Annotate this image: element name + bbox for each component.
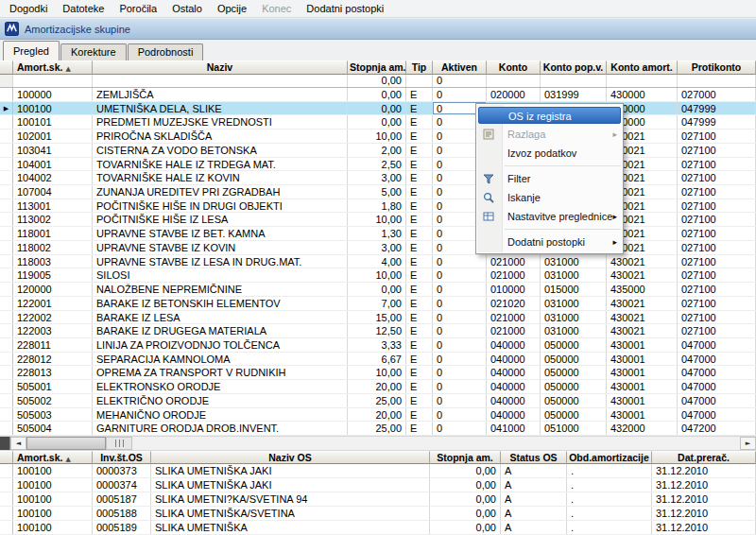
group-row[interactable]: 100000 ZEMLJIŠČA 0,00 E 0 020000 031999 … <box>0 88 756 102</box>
cell-konto: 040000 <box>487 366 541 379</box>
scrollbar-thumb[interactable] <box>26 437 106 450</box>
col-header-status-os[interactable]: Status OS <box>501 451 567 464</box>
filter-cell-konto-amort[interactable] <box>607 75 678 87</box>
group-row[interactable]: 228012 SEPARACIJA KAMNOLOMA 6,67 E 0 040… <box>0 353 756 367</box>
group-row[interactable]: 505002 ELEKTRIČNO ORODJE 25,00 E 0 04000… <box>0 394 756 408</box>
group-row[interactable]: 122002 BARAKE IZ LESA 15,00 E 0 021000 0… <box>0 311 756 325</box>
group-row[interactable]: 228013 OPREMA ZA TRANSPORT V RUDNIKIH 10… <box>0 366 756 380</box>
row-marker <box>0 158 13 171</box>
menu-item-label: Filter <box>507 173 530 184</box>
group-row[interactable]: 228011 LINIJA ZA PROIZVODNJO TOLČENCA 3,… <box>0 338 756 353</box>
filter-cell-tip[interactable] <box>406 75 433 87</box>
menu-porocila[interactable]: Poročila <box>112 0 164 17</box>
group-row[interactable]: 104002 TOVARNIŠKE HALE IZ KOVIN 3,00 E 0… <box>0 171 756 185</box>
menu-ostalo[interactable]: Ostalo <box>164 0 210 17</box>
scroll-right-button[interactable]: ► <box>740 437 756 450</box>
cell-protikonto: 027100 <box>678 241 756 254</box>
col-header-stopnja-am[interactable]: Stopnja am. <box>348 60 406 75</box>
group-row[interactable]: 505004 GARNITURE ORODJA DROB.INVENT. 25,… <box>0 422 756 436</box>
group-row[interactable]: 122003 BARAKE IZ DRUGEGA MATERIALA 12,50… <box>0 324 756 338</box>
col-header-amort-sk[interactable]: Amort.sk.▲ <box>13 60 93 75</box>
cell-konto-pop-v: 031000 <box>541 297 607 310</box>
group-row[interactable]: 103041 CISTERNA ZA VODO BETONSKA 2,00 E … <box>0 144 756 158</box>
menu-dodatni-postopki[interactable]: Dodatni postopki <box>299 0 391 17</box>
group-row[interactable]: 505001 ELEKTRONSKO ORODJE 20,00 E 0 0400… <box>0 380 756 394</box>
col-header-konto-pop-v[interactable]: Konto pop.v. <box>541 60 607 75</box>
cell-protikonto: 047000 <box>678 353 756 366</box>
col-header-amort-sk[interactable]: Amort.sk.▲ <box>13 451 93 464</box>
asset-row[interactable]: 100100 0005187 SLIKA UMETNI?KA/SVETINA 9… <box>0 492 756 507</box>
context-menu-item-dodatni-postopki[interactable]: Dodatni postopki ▸ <box>476 233 623 251</box>
scrollbar-track[interactable] <box>132 437 740 450</box>
group-row[interactable]: 102001 PRIROČNA SKLADIŠČA 10,00 E 0 4300… <box>0 129 756 144</box>
row-marker <box>0 478 13 492</box>
cell-tip: E <box>406 268 433 282</box>
context-menu-item-izvoz-podatkov[interactable]: Izvoz podatkov <box>476 144 623 163</box>
asset-row[interactable]: 100100 0000373 SLIKA UMETNIŠKA JAKI 0,00… <box>0 464 756 478</box>
cell-aktiven: 0 <box>433 255 487 268</box>
menu-opcije[interactable]: Opcije <box>210 0 254 17</box>
col-header-inv-st-os[interactable]: Inv.št.OS <box>93 451 151 464</box>
cell-naziv: NALOŽBENE NEPREMIČNINE <box>93 283 348 296</box>
cell-naziv: TOVARNIŠKE HALE IZ KOVIN <box>93 171 348 184</box>
col-header-protikonto[interactable]: Protikonto <box>678 60 756 75</box>
context-menu-item-os-iz-registra[interactable]: OS iz registra <box>478 107 621 124</box>
tab-podrobnosti[interactable]: Podrobnosti <box>128 43 204 60</box>
tab-korekture[interactable]: Korekture <box>60 43 127 60</box>
asset-row[interactable]: 100100 0005188 SLIKA UMETNIŠKA/SVETINA 0… <box>0 507 756 521</box>
menu-dogodki[interactable]: Dogodki <box>2 0 55 17</box>
group-row[interactable]: 120000 NALOŽBENE NEPREMIČNINE 0,00 E 0 0… <box>0 283 756 297</box>
context-menu-item-filter[interactable]: Filter <box>476 169 623 188</box>
group-row[interactable]: 118001 UPRAVNE STAVBE IZ BET. KAMNA 1,30… <box>0 227 756 241</box>
cell-aktiven: 0 <box>433 297 487 310</box>
filter-cell-konto[interactable] <box>487 75 541 87</box>
filter-cell-aktiven[interactable]: 0 <box>433 75 487 87</box>
cell-tip: E <box>406 353 433 366</box>
group-row[interactable]: 118002 UPRAVNE STAVBE IZ KOVIN 3,00 E 0 … <box>0 241 756 255</box>
cell-tip: E <box>406 255 433 268</box>
filter-cell-naziv[interactable] <box>93 75 348 87</box>
filter-cell-stopnja[interactable]: 0,00 <box>348 75 406 87</box>
col-header-aktiven[interactable]: Aktiven <box>433 60 487 75</box>
group-row[interactable]: 118003 UPRAVNE STAVBE IZ LESA IN DRUG.MA… <box>0 255 756 269</box>
cell-amort-sk: 228013 <box>13 366 93 379</box>
col-header-naziv-os[interactable]: Naziv OS <box>151 451 430 464</box>
cell-protikonto: 047000 <box>678 408 756 422</box>
asset-row[interactable]: 100100 0005189 SLIKA UMETNIŠKA 0,00 A . … <box>0 521 756 535</box>
cell-amort-sk: 122001 <box>13 297 93 310</box>
col-header-stopnja-am[interactable]: Stopnja am. <box>430 451 501 464</box>
cell-amort-sk: 505001 <box>13 380 93 393</box>
menu-datoteke[interactable]: Datoteke <box>55 0 112 17</box>
cell-amort-sk: 228012 <box>13 353 93 366</box>
asset-row[interactable]: 100100 0000374 SLIKA UMETNIŠKA JAKI 0,00… <box>0 478 756 492</box>
group-row[interactable]: 505003 MEHANIČNO ORODJE 20,00 E 0 040000… <box>0 408 756 423</box>
col-header-konto[interactable]: Konto <box>487 60 541 75</box>
group-row[interactable]: 122001 BARAKE IZ BETONSKIH ELEMENTOV 7,0… <box>0 297 756 311</box>
group-row[interactable]: 113002 POČITNIŠKE HIŠE IZ LESA 10,00 E 0… <box>0 213 756 227</box>
cell-amort-sk: 122003 <box>13 324 93 337</box>
group-row[interactable]: 107004 ZUNANJA UREDITEV PRI ZGRADBAH 5,0… <box>0 185 756 199</box>
cell-aktiven: 0 <box>433 283 487 296</box>
filter-cell-konto-pop-v[interactable] <box>541 75 607 87</box>
col-header-konto-amort[interactable]: Konto amort. <box>607 60 678 75</box>
context-menu-item-iskanje[interactable]: Iskanje <box>476 188 623 207</box>
filter-cell-amort-sk[interactable] <box>13 75 93 87</box>
group-row[interactable]: ▶ 100100 UMETNIŠKA DELA, SLIKE 0,00 E 0 … <box>0 102 756 116</box>
menu-separator <box>505 229 621 230</box>
col-header-naziv[interactable]: Naziv <box>93 60 348 75</box>
scrollbar-grip[interactable] <box>106 437 132 450</box>
context-menu-item-nastavitve-preglednice[interactable]: Nastavitve preglednice ▸ <box>476 207 623 226</box>
group-row[interactable]: 104001 TOVARNIŠKE HALE IZ TRDEGA MAT. 2,… <box>0 158 756 172</box>
tab-pregled[interactable]: Pregled <box>3 41 60 60</box>
filter-cell-protikonto[interactable] <box>678 75 756 87</box>
col-header-obd-amortizacije[interactable]: Obd.amortizacije <box>567 451 652 464</box>
scroll-left-button[interactable]: ◄ <box>10 437 26 450</box>
cell-protikonto: 027100 <box>678 185 756 198</box>
col-header-dat-prerac[interactable]: Dat.prerač. <box>652 451 756 464</box>
group-row[interactable]: 119005 SILOSI 10,00 E 0 021000 031000 43… <box>0 268 756 283</box>
group-row[interactable]: 113001 POČITNIŠKE HIŠE IN DRUGI OBJEKTI … <box>0 199 756 214</box>
col-header-tip[interactable]: Tip <box>406 60 433 75</box>
group-row[interactable]: 100101 PREDMETI MUZEJSKE VREDNOSTI 0,00 … <box>0 115 756 129</box>
cell-konto-pop-v: 050000 <box>541 338 607 352</box>
cell-stopnja-am: 0,00 <box>430 507 501 520</box>
